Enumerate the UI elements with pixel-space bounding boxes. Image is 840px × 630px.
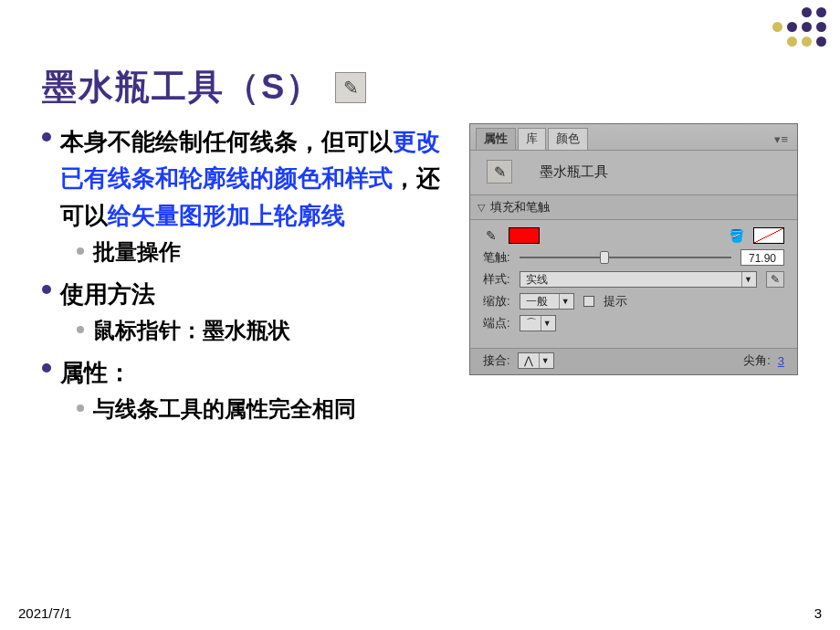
tab-properties[interactable]: 属性 <box>476 128 516 150</box>
fill-color-swatch[interactable] <box>753 227 784 244</box>
style-label: 样式: <box>483 271 510 288</box>
bullet-icon <box>42 363 51 373</box>
miter-label: 尖角: <box>743 352 771 369</box>
disclosure-triangle-icon: ▽ <box>478 202 485 214</box>
edit-stroke-style-button[interactable]: ✎ <box>766 271 784 288</box>
stroke-style-select[interactable]: 实线▼ <box>520 271 757 288</box>
page-number: 3 <box>814 605 822 621</box>
stroke-weight-value[interactable]: 71.90 <box>740 249 784 266</box>
bullet-icon <box>77 326 84 333</box>
stroke-color-swatch[interactable] <box>509 227 540 244</box>
bullet-icon <box>77 404 84 412</box>
section-fill-stroke[interactable]: ▽ 填充和笔触 <box>470 194 797 220</box>
hinting-label: 提示 <box>604 293 627 310</box>
scale-select[interactable]: 一般▼ <box>520 293 574 310</box>
hinting-checkbox[interactable] <box>583 296 594 307</box>
bullet-text-3-1: 与线条工具的属性完全相同 <box>93 394 356 424</box>
ink-bottle-icon: ✎ <box>487 160 512 184</box>
stroke-color-icon: ✎ <box>483 227 499 244</box>
tab-color[interactable]: 颜色 <box>548 128 588 150</box>
panel-menu-icon[interactable]: ▾≡ <box>771 132 792 146</box>
bullet-text-2: 使用方法 <box>60 276 155 312</box>
bullet-icon <box>42 285 51 294</box>
properties-panel: 属性 库 颜色 ▾≡ ✎ 墨水瓶工具 ▽ 填充和笔触 ✎ 🪣 <box>469 123 798 375</box>
decorative-dots <box>714 7 827 47</box>
slide-title: 墨水瓶工具（S） <box>42 64 322 110</box>
miter-value[interactable]: 3 <box>778 354 784 368</box>
cap-label: 端点: <box>483 315 510 331</box>
tool-name-label: 墨水瓶工具 <box>540 163 608 181</box>
scale-label: 缩放: <box>483 293 510 310</box>
bullet-icon <box>77 247 84 255</box>
join-select[interactable]: ⋀▼ <box>518 352 554 369</box>
cap-select[interactable]: ⌒▼ <box>520 315 556 331</box>
bullet-text-1-1: 批量操作 <box>93 237 181 267</box>
tab-library[interactable]: 库 <box>518 128 546 150</box>
fill-color-icon: 🪣 <box>728 227 744 244</box>
bullet-text-1: 本身不能绘制任何线条，但可以更改已有线条和轮廓线的颜色和样式，还可以给矢量图形加… <box>60 123 455 234</box>
join-label: 接合: <box>483 352 510 369</box>
ink-bottle-icon: ✎ <box>335 72 366 103</box>
bullet-text-2-1: 鼠标指针：墨水瓶状 <box>93 316 290 345</box>
bullet-icon <box>42 132 51 142</box>
stroke-label: 笔触: <box>483 249 510 266</box>
stroke-weight-slider[interactable] <box>520 257 731 258</box>
bullet-text-3: 属性： <box>60 354 131 391</box>
footer-date: 2021/7/1 <box>18 605 71 621</box>
